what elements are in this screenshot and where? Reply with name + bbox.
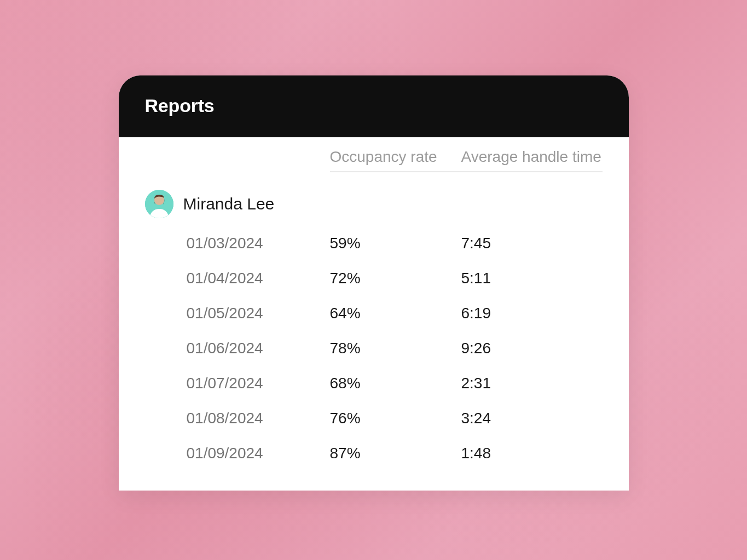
date-cell: 01/07/2024 [145, 375, 330, 392]
table-row: 01/07/202468%2:31 [145, 366, 603, 401]
table-row: 01/08/202476%3:24 [145, 401, 603, 436]
occupancy-cell: 59% [330, 235, 461, 252]
table-row: 01/06/202478%9:26 [145, 331, 603, 366]
occupancy-cell: 68% [330, 375, 461, 392]
user-name: Miranda Lee [183, 195, 275, 213]
date-cell: 01/04/2024 [145, 270, 330, 287]
aht-cell: 2:31 [461, 375, 491, 392]
reports-card: Reports Occupancy rate Average handle ti… [119, 75, 629, 491]
aht-cell: 3:24 [461, 410, 491, 427]
user-row: Miranda Lee [145, 178, 603, 226]
aht-cell: 5:11 [461, 270, 491, 287]
aht-cell: 6:19 [461, 305, 491, 322]
occupancy-cell: 72% [330, 270, 461, 287]
table-row: 01/03/202459%7:45 [145, 226, 603, 261]
date-cell: 01/03/2024 [145, 235, 330, 252]
column-headers: Occupancy rate Average handle time [145, 148, 603, 178]
date-cell: 01/09/2024 [145, 445, 330, 462]
occupancy-cell: 64% [330, 305, 461, 322]
aht-cell: 9:26 [461, 340, 491, 357]
column-header-aht: Average handle time [461, 148, 601, 166]
aht-cell: 7:45 [461, 235, 491, 252]
aht-cell: 1:48 [461, 445, 491, 462]
data-rows: 01/03/202459%7:4501/04/202472%5:1101/05/… [145, 226, 603, 471]
date-cell: 01/06/2024 [145, 340, 330, 357]
column-header-metrics: Occupancy rate Average handle time [330, 148, 603, 172]
occupancy-cell: 87% [330, 445, 461, 462]
occupancy-cell: 78% [330, 340, 461, 357]
table-row: 01/04/202472%5:11 [145, 261, 603, 296]
page-title: Reports [145, 95, 603, 116]
occupancy-cell: 76% [330, 410, 461, 427]
column-header-occupancy: Occupancy rate [330, 148, 461, 166]
card-body: Occupancy rate Average handle time Miran… [119, 137, 629, 491]
avatar [145, 190, 173, 218]
table-row: 01/05/202464%6:19 [145, 296, 603, 331]
card-header: Reports [119, 75, 629, 137]
date-cell: 01/08/2024 [145, 410, 330, 427]
date-cell: 01/05/2024 [145, 305, 330, 322]
table-row: 01/09/202487%1:48 [145, 436, 603, 471]
avatar-icon [145, 190, 173, 218]
